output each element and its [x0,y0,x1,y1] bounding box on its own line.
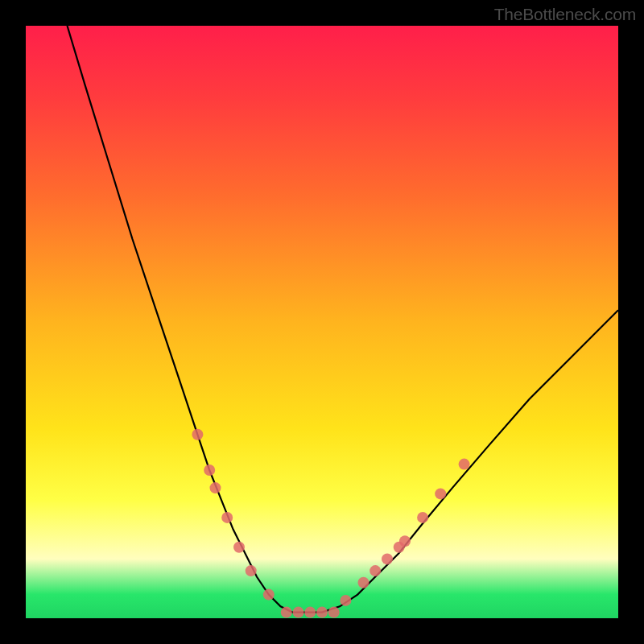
chart-frame: TheBottleneck.com [0,0,644,644]
data-marker [340,595,351,606]
data-marker [382,553,393,564]
data-marker [417,512,428,523]
plot-area [26,26,618,618]
bottleneck-curve [68,26,619,613]
data-marker [304,607,316,618]
watermark-text: TheBottleneck.com [494,5,636,24]
data-marker [328,607,340,618]
data-marker [233,542,245,553]
data-marker [263,589,275,601]
data-marker [316,607,328,618]
data-marker [281,607,292,618]
data-marker [459,459,470,470]
curve-layer [26,26,618,618]
data-marker [369,565,381,576]
data-marker [293,607,304,618]
data-marker [399,535,411,547]
data-marker [246,565,257,576]
data-marker [358,577,369,588]
data-marker [210,482,221,493]
data-marker [221,512,233,523]
data-marker [204,464,215,476]
data-markers [192,429,469,618]
data-marker [435,488,446,499]
data-marker [192,429,203,440]
